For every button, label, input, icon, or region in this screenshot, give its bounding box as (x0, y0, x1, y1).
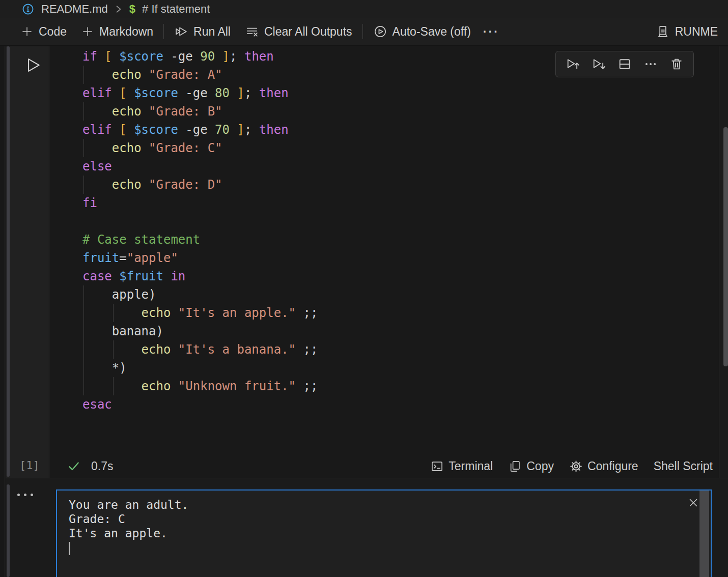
indent-guide (83, 139, 84, 157)
add-code-cell-button[interactable]: Code (13, 21, 74, 42)
add-markdown-cell-button[interactable]: Markdown (74, 21, 160, 42)
indent-guide (83, 66, 84, 84)
cell-gutter (6, 46, 49, 478)
cell-divider-line (5, 478, 728, 478)
delete-cell-button[interactable] (667, 54, 686, 74)
terminal-cursor-line (69, 540, 698, 555)
dot-icon (31, 494, 33, 496)
dot-icon (17, 494, 20, 496)
language-picker[interactable]: Shell Script (654, 459, 713, 473)
output-menu-button[interactable] (17, 489, 33, 500)
run-all-button[interactable]: Run All (167, 21, 238, 42)
indent-guide (83, 102, 84, 121)
toolbar-divider (362, 24, 363, 39)
code-line[interactable]: elif [ $score -ge 80 ]; then (82, 84, 719, 102)
cell-hover-toolbar (555, 51, 694, 77)
terminal-button[interactable]: Terminal (430, 459, 493, 473)
breadcrumb: README.md $ # If statement (0, 0, 728, 18)
copy-icon (508, 459, 522, 473)
code-line[interactable]: # Case statement (82, 230, 719, 249)
code-line[interactable]: case $fruit in (82, 267, 719, 285)
cell-status-bar: 0.7s Terminal Copy (49, 454, 719, 478)
run-cell-button[interactable] (21, 54, 44, 76)
split-cell-button[interactable] (615, 54, 634, 74)
plus-icon (20, 25, 34, 38)
add-markdown-label: Markdown (99, 25, 153, 39)
toolbar-divider (163, 24, 164, 39)
runme-logo-icon (656, 24, 670, 39)
terminal-label: Terminal (449, 459, 493, 473)
cell-more-actions-button[interactable] (641, 54, 660, 74)
cell-output: You are an adult.Grade: CIt's an apple. (56, 489, 712, 577)
runme-notebook-window: README.md $ # If statement Code Markdown… (0, 0, 728, 577)
execution-count: [1] (19, 459, 40, 472)
indent-guide (83, 285, 84, 304)
code-line[interactable]: echo "Unknown fruit." ;; (82, 377, 719, 395)
gear-icon (569, 459, 583, 473)
copy-button[interactable]: Copy (508, 459, 554, 473)
clear-all-icon (245, 24, 259, 39)
cell-duration: 0.7s (91, 459, 113, 473)
code-line[interactable] (82, 212, 719, 230)
breadcrumb-shell-symbol: $ (129, 3, 135, 16)
dot-icon (24, 494, 26, 496)
code-line[interactable]: echo "It's a banana." ;; (82, 340, 719, 359)
terminal-line: Grade: C (69, 512, 698, 526)
plus-icon (81, 25, 94, 38)
code-line[interactable]: *) (82, 359, 719, 377)
terminal-line: You are an adult. (69, 498, 698, 512)
code-editor[interactable]: if [ $score -ge 90 ]; then echo "Grade: … (49, 47, 719, 454)
runme-brand[interactable]: RUNME (656, 24, 721, 39)
copy-label: Copy (526, 459, 554, 473)
language-label: Shell Script (654, 459, 713, 473)
indent-guide (113, 304, 114, 322)
output-focus-indicator[interactable] (7, 484, 10, 577)
auto-save-icon (373, 24, 387, 39)
run-all-icon (174, 24, 188, 39)
code-line[interactable]: else (82, 157, 719, 176)
success-check-icon (67, 459, 81, 473)
indent-guide (83, 359, 84, 377)
code-line[interactable]: echo "Grade: C" (82, 139, 719, 157)
toolbar-more-actions-button[interactable]: ··· (478, 21, 505, 42)
clear-all-outputs-button[interactable]: Clear All Outputs (238, 21, 359, 42)
breadcrumb-cell-title[interactable]: # If statement (142, 3, 210, 16)
indent-guide (113, 340, 114, 359)
code-editor-lines: if [ $score -ge 90 ]; then echo "Grade: … (82, 47, 719, 414)
code-line[interactable]: banana) (82, 322, 719, 340)
indent-guide (83, 340, 84, 359)
notebook-toolbar: Code Markdown Run All Clear All Outputs (0, 18, 728, 45)
info-icon[interactable] (21, 3, 35, 16)
terminal-cursor (69, 542, 70, 555)
code-line[interactable]: echo "Grade: D" (82, 176, 719, 194)
code-line[interactable]: fi (82, 194, 719, 212)
indent-guide (83, 304, 84, 322)
execute-below-button[interactable] (589, 54, 608, 74)
indent-guide (83, 176, 84, 194)
code-line[interactable]: elif [ $score -ge 70 ]; then (82, 121, 719, 139)
runme-brand-label: RUNME (675, 25, 718, 39)
code-line[interactable]: apple) (82, 285, 719, 304)
code-cell: if [ $score -ge 90 ]; then echo "Grade: … (49, 46, 719, 478)
terminal-output[interactable]: You are an adult.Grade: CIt's an apple. (57, 491, 698, 577)
clear-all-label: Clear All Outputs (264, 25, 352, 39)
terminal-scrollbar[interactable] (699, 491, 709, 577)
close-output-button[interactable] (687, 497, 699, 509)
code-line[interactable]: fruit="apple" (82, 249, 719, 267)
configure-button[interactable]: Configure (569, 459, 638, 473)
code-line[interactable]: echo "Grade: B" (82, 102, 719, 121)
chevron-right-icon (115, 5, 123, 13)
terminal-output-lines: You are an adult.Grade: CIt's an apple. (69, 498, 698, 555)
code-line[interactable]: echo "It's an apple." ;; (82, 304, 719, 322)
cell-focus-indicator[interactable] (7, 46, 10, 477)
terminal-line: It's an apple. (69, 526, 698, 540)
left-rail (0, 46, 5, 577)
notebook-scrollbar-thumb[interactable] (723, 127, 728, 366)
code-line[interactable]: esac (82, 395, 719, 414)
breadcrumb-file[interactable]: README.md (41, 3, 108, 16)
auto-save-toggle[interactable]: Auto-Save (off) (366, 21, 478, 42)
execute-above-button[interactable] (563, 54, 582, 74)
configure-label: Configure (587, 459, 638, 473)
ellipsis-icon: ··· (483, 25, 499, 39)
indent-guide (113, 377, 114, 395)
